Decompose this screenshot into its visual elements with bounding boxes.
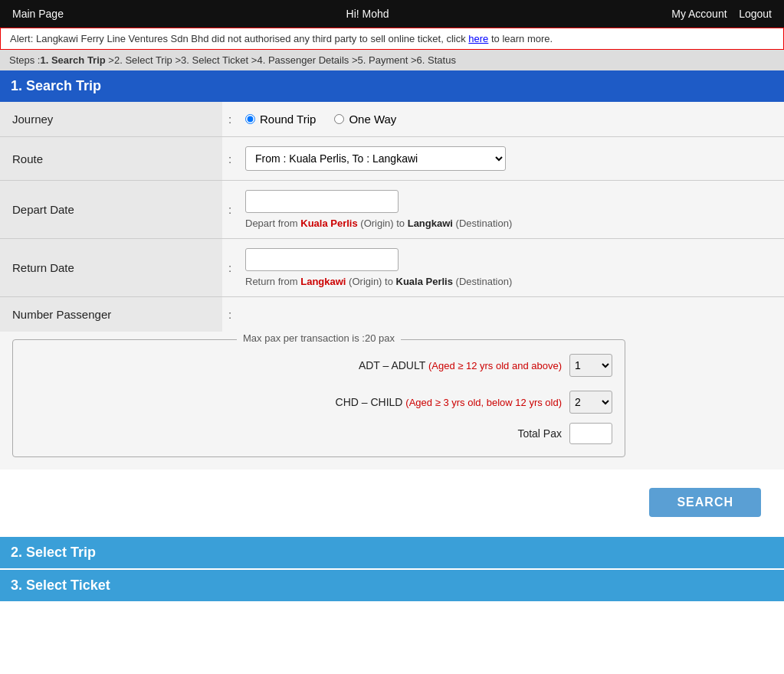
logout-link[interactable]: Logout <box>739 8 772 20</box>
child-select[interactable]: 0 1 2 3 4 <box>569 391 612 414</box>
num-pax-label: Number Passenger <box>0 297 222 332</box>
step6-label: 6. Status <box>417 54 456 66</box>
child-label-text: CHD – CHILD <box>336 396 403 408</box>
depart-note: Depart from Kuala Perlis (Origin) to Lan… <box>245 218 776 229</box>
num-pax-row: Number Passenger : <box>0 297 784 332</box>
step-sep5: > <box>408 54 416 66</box>
depart-dest-suffix: (Destination) <box>453 218 512 229</box>
return-origin: Langkawi <box>300 276 346 287</box>
child-row: CHD – CHILD (Aged ≥ 3 yrs old, below 12 … <box>25 391 612 414</box>
step5-label: 5. Payment <box>358 54 408 66</box>
route-select[interactable]: From : Kuala Perlis, To : Langkawi <box>245 146 506 171</box>
route-content: From : Kuala Perlis, To : Langkawi <box>238 137 784 180</box>
alert-bar: Alert: Langkawi Ferry Line Ventures Sdn … <box>0 28 784 50</box>
steps-bar: Steps :1. Search Trip >2. Select Trip >3… <box>0 50 784 70</box>
round-trip-label[interactable]: Round Trip <box>245 113 316 126</box>
route-row: Route : From : Kuala Perlis, To : Langka… <box>0 137 784 181</box>
search-btn-area: SEARCH <box>0 470 784 535</box>
main-page-link[interactable]: Main Page <box>12 8 64 20</box>
section2-header: 2. Select Trip <box>0 537 784 568</box>
round-trip-radio[interactable] <box>245 114 255 124</box>
journey-radio-group: Round Trip One Way <box>245 113 776 126</box>
passenger-box: Max pax per transaction is :20 pax ADT –… <box>12 339 625 457</box>
route-label: Route <box>0 137 222 180</box>
return-date-row: Return Date : 03-06-2019 Return from Lan… <box>0 239 784 297</box>
child-note: (Aged ≥ 3 yrs old, below 12 yrs old) <box>405 397 562 408</box>
journey-sep: : <box>222 102 238 136</box>
alert-text: Alert: Langkawi Ferry Line Ventures Sdn … <box>10 33 468 44</box>
section2-title: 2. Select Trip <box>11 545 96 560</box>
step-sep1: > <box>106 54 114 66</box>
adult-label-text: ADT – ADULT <box>359 359 425 371</box>
return-date-sep: : <box>222 239 238 296</box>
one-way-radio[interactable] <box>334 114 344 124</box>
num-pax-content <box>238 297 784 332</box>
return-note: Return from Langkawi (Origin) to Kuala P… <box>245 276 776 287</box>
depart-dest: Langkawi <box>408 218 453 229</box>
return-date-label: Return Date <box>0 239 222 296</box>
my-account-link[interactable]: My Account <box>671 8 727 20</box>
greeting: Hi! Mohd <box>346 8 389 20</box>
child-label: CHD – CHILD (Aged ≥ 3 yrs old, below 12 … <box>336 396 562 408</box>
adult-row: ADT – ADULT (Aged ≥ 12 yrs old and above… <box>25 354 612 377</box>
steps-label: Steps : <box>9 54 40 66</box>
route-sep: : <box>222 137 238 180</box>
depart-date-content: 30-05-2019 Depart from Kuala Perlis (Ori… <box>238 181 784 238</box>
step1-label: 1. Search Trip <box>40 54 105 66</box>
header-right: My Account Logout <box>671 8 772 20</box>
one-way-text: One Way <box>349 113 396 126</box>
header: Main Page Hi! Mohd My Account Logout <box>0 0 784 28</box>
round-trip-text: Round Trip <box>260 113 316 126</box>
depart-date-label: Depart Date <box>0 181 222 238</box>
depart-origin-mid: (Origin) to <box>358 218 408 229</box>
search-button[interactable]: SEARCH <box>649 488 761 517</box>
return-note-prefix: Return from <box>245 276 300 287</box>
depart-note-prefix: Depart from <box>245 218 300 229</box>
return-date-content: 03-06-2019 Return from Langkawi (Origin)… <box>238 239 784 296</box>
return-dest: Kuala Perlis <box>396 276 453 287</box>
step3-label: 3. Select Ticket <box>181 54 248 66</box>
total-pax-input: 3 <box>569 423 612 444</box>
total-pax-row: Total Pax 3 <box>25 423 612 444</box>
depart-origin: Kuala Perlis <box>300 218 357 229</box>
section3-title: 3. Select Ticket <box>11 577 110 593</box>
step-sep2: > <box>172 54 181 66</box>
section1-title: 1. Search Trip <box>11 78 101 93</box>
one-way-label[interactable]: One Way <box>334 113 396 126</box>
adult-label: ADT – ADULT (Aged ≥ 12 yrs old and above… <box>359 359 562 371</box>
num-pax-sep: : <box>222 297 238 332</box>
journey-content: Round Trip One Way <box>238 102 784 136</box>
form-area: Journey : Round Trip One Way Route : Fro… <box>0 102 784 332</box>
return-dest-suffix: (Destination) <box>453 276 512 287</box>
depart-date-input[interactable]: 30-05-2019 <box>245 190 399 213</box>
section1-header: 1. Search Trip <box>0 70 784 102</box>
adult-select[interactable]: 1 2 3 4 5 <box>569 354 612 377</box>
return-date-input[interactable]: 03-06-2019 <box>245 248 399 271</box>
depart-date-sep: : <box>222 181 238 238</box>
alert-link[interactable]: here <box>468 33 488 44</box>
depart-date-row: Depart Date : 30-05-2019 Depart from Kua… <box>0 181 784 239</box>
step4-label: 4. Passenger Details <box>257 54 349 66</box>
step-sep4: > <box>349 54 357 66</box>
passenger-section: Max pax per transaction is :20 pax ADT –… <box>0 332 784 470</box>
journey-label: Journey <box>0 102 222 136</box>
journey-row: Journey : Round Trip One Way <box>0 102 784 137</box>
section3-header: 3. Select Ticket <box>0 570 784 601</box>
return-origin-mid: (Origin) to <box>346 276 396 287</box>
adult-note: (Aged ≥ 12 yrs old and above) <box>428 360 562 371</box>
max-pax-legend: Max pax per transaction is :20 pax <box>237 332 401 344</box>
step2-label: 2. Select Trip <box>114 54 172 66</box>
step-sep3: > <box>248 54 257 66</box>
alert-text-after: to learn more. <box>488 33 553 44</box>
total-pax-label: Total Pax <box>517 427 562 440</box>
